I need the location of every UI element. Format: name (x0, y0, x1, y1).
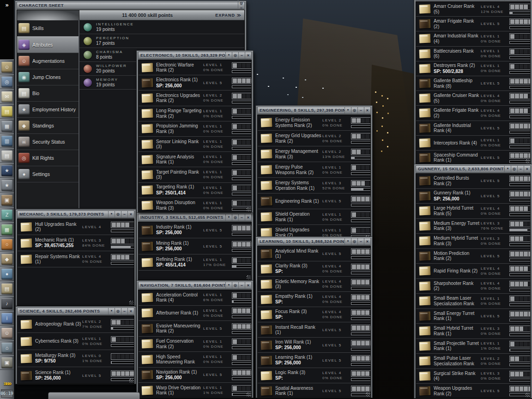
minimize-icon[interactable]: − (238, 214, 245, 221)
skill-row[interactable]: Long Range Targeting Rank (2)LEVEL 10% D… (139, 106, 251, 121)
resize-grip[interactable] (526, 159, 530, 163)
skill-row[interactable]: Empathy Rank (1)SP:LEVEL 40% DONE (258, 292, 370, 307)
sidebar-item-security-status[interactable]: ☠Security Status (17, 134, 79, 150)
skill-row[interactable]: Fuel Conservation Rank (2)LEVEL 10% DONE (139, 337, 251, 352)
skill-row[interactable]: Small Energy Turret Rank (1)LEVEL 5 (416, 309, 530, 324)
skill-row[interactable]: Medium Hybrid Turret Rank (3)LEVEL 30% D… (416, 234, 530, 249)
skill-row[interactable]: Instant Recall Rank (1)LEVEL 5 (258, 322, 370, 338)
close-icon[interactable]: × (524, 166, 530, 172)
skill-row[interactable]: Propulsion Jamming Rank (3)LEVEL 10% DON… (139, 121, 251, 137)
neocom-button-assets[interactable]: ▣ (0, 193, 14, 207)
neocom-button-people-and-places[interactable]: ◎ (0, 74, 14, 89)
neocom-button-news[interactable]: ▤ (0, 148, 14, 163)
close-icon[interactable]: × (127, 211, 134, 218)
skill-row[interactable]: Amarr Cruiser Rank (5)LEVEL 412% DONE (416, 2, 530, 17)
neocom-button-stars[interactable]: ★ (0, 178, 14, 193)
skill-row[interactable]: Astrogeology Rank (3)LEVEL 27% DONE (18, 316, 134, 333)
pin-icon[interactable]: * (345, 107, 351, 114)
skill-row[interactable]: Shield Operation Rank (1)LEVEL 10% DONE (258, 209, 370, 225)
skill-row[interactable]: Refining Rank (1)SP: 455/1,414LEVEL 117%… (139, 254, 251, 271)
skill-row[interactable]: Weapon Disruption Rank (3)LEVEL 10% DONE (139, 198, 251, 212)
skill-row[interactable]: Amarr Frigate Rank (2)LEVEL 5 (416, 17, 530, 31)
skill-row[interactable]: Eidetic Memory Rank (3)LEVEL 40% DONE (258, 277, 370, 292)
resize-grip[interactable] (526, 393, 530, 397)
minimize-icon[interactable]: − (238, 282, 245, 289)
skill-row[interactable]: Energy Grid Upgrades Rank (2)LEVEL 20% D… (258, 131, 370, 146)
pin-icon[interactable]: * (225, 52, 232, 59)
skill-row[interactable]: Motion Prediction Rank (2)LEVEL 5 (416, 249, 530, 264)
close-icon[interactable]: × (364, 107, 370, 114)
expand-button[interactable]: EXPAND ≫ (215, 13, 244, 18)
sidebar-item-employment-history[interactable]: ★Employment History (17, 102, 79, 118)
neocom-button-photos[interactable]: ▦ (0, 119, 14, 133)
close-icon[interactable]: × (245, 214, 251, 221)
window-titlebar[interactable]: CHARACTER SHEET *⊙−× (17, 2, 245, 9)
skill-row[interactable]: Weapon Upgrades Rank (2)LEVEL 5 (416, 384, 530, 398)
skill-row[interactable]: Spaceship Command Rank (1)LEVEL 5 (416, 151, 530, 164)
resize-grip[interactable] (247, 393, 251, 397)
opacity-icon[interactable]: ⊙ (115, 308, 121, 314)
window-titlebar[interactable]: SCIENCE, 4 SKILLS, 262,406 POINTS*⊙−× (17, 308, 134, 315)
minimize-icon[interactable]: − (357, 238, 364, 245)
skill-row[interactable]: Electronics Upgrades Rank (2)LEVEL 20% D… (139, 91, 251, 106)
neocom-button-notepad[interactable]: ▤ (0, 104, 14, 119)
neocom-chevrons-button[interactable]: »»» (0, 378, 14, 388)
neocom-button-corporation[interactable]: ◆ (0, 252, 14, 266)
skill-row[interactable]: Warp Drive Operation Rank (1)LEVEL 11% D… (139, 383, 251, 398)
sidebar-item-kill-rights[interactable]: ◎Kill Rights (17, 150, 79, 166)
skill-row[interactable]: Sensor Linking Rank (3)LEVEL 10% DONE (139, 137, 251, 152)
close-icon[interactable]: × (524, 0, 530, 0)
sidebar-item-attributes[interactable]: ◈Attributes (17, 36, 79, 53)
resize-grip[interactable] (129, 379, 133, 383)
skill-row[interactable]: Clarity Rank (3)SP:LEVEL 40% DONE (258, 261, 370, 277)
opacity-icon[interactable]: ⊙ (351, 107, 357, 114)
skill-row[interactable]: Large Hybrid Turret Rank (5)LEVEL 40% DO… (416, 204, 530, 219)
opacity-icon[interactable]: ⊙ (232, 282, 238, 289)
skill-row[interactable]: Mining Rank (1)SP: 256,000LEVEL 5 (139, 238, 251, 254)
neocom-button-info[interactable]: i (0, 311, 14, 326)
pin-icon[interactable]: * (504, 0, 511, 0)
pin-icon[interactable]: * (108, 308, 115, 314)
sidebar-item-jump-clones[interactable]: ◉Jump Clones (17, 69, 79, 85)
skill-row[interactable]: Analytical Mind Rank (1)LEVEL 5 (258, 246, 370, 261)
pin-icon[interactable]: * (225, 214, 232, 221)
skill-row[interactable]: Learning Rank (1)SP: 256,000LEVEL 5 (258, 353, 370, 368)
close-icon[interactable]: × (364, 238, 370, 245)
skill-row[interactable]: Target Painting Rank (3)LEVEL 10% DONE (139, 167, 251, 182)
skill-row[interactable]: Gallente Battleship Rank (8)LEVEL 5 (416, 76, 530, 91)
skill-row[interactable]: Cybernetics Rank (3)LEVEL 10% DONE (18, 333, 134, 350)
minimize-icon[interactable]: − (121, 211, 127, 218)
sidebar-item-skills[interactable]: ▤Skills (17, 20, 79, 36)
skill-row[interactable]: Small Hybrid Turret Rank (1)LEVEL 30% DO… (416, 324, 530, 339)
skill-row[interactable]: Electronics Rank (1)SP: 256,000LEVEL 5 (139, 75, 251, 91)
window-titlebar[interactable]: ELECTRONICS, 10 SKILLS, 263,329 POINTS*⊙… (138, 52, 252, 59)
minimize-icon[interactable]: − (238, 52, 245, 59)
skill-row[interactable]: Gallente Frigate Rank (2)LEVEL 40% DONE (416, 106, 530, 121)
minimize-icon[interactable]: − (357, 107, 364, 114)
neocom-button-map[interactable]: ★ (0, 163, 14, 178)
resize-grip[interactable] (129, 301, 133, 305)
opacity-icon[interactable]: ⊙ (238, 1, 244, 6)
skill-row[interactable]: Engineering Rank (1)LEVEL 5 (258, 193, 370, 209)
neocom-button-voice[interactable]: ♪ (0, 296, 14, 311)
skill-row[interactable]: Metallurgy Rank (3)SP: 9/750LEVEL 01% DO… (18, 350, 134, 367)
skill-row[interactable]: Energy Management Rank (3)LEVEL 213% DON… (258, 146, 370, 162)
resize-grip[interactable] (247, 207, 251, 212)
neocom-button-browser[interactable]: ● (0, 266, 14, 281)
skill-row[interactable]: Amarr Industrial Rank (4)LEVEL 10% DONE (416, 31, 530, 46)
skill-row[interactable]: Mechanic Rank (1)SP: 39,457/45,255LEVEL … (18, 235, 134, 251)
close-icon[interactable]: × (245, 282, 251, 289)
skill-row[interactable]: Medium Energy Turret Rank (3)LEVEL 376% … (416, 219, 530, 234)
sidebar-item-bio[interactable]: ▤Bio (17, 85, 79, 102)
minimize-icon[interactable]: − (517, 0, 524, 0)
close-icon[interactable]: × (127, 308, 134, 314)
skill-row[interactable]: Afterburner Rank (1)LEVEL 40% DONE (139, 306, 251, 321)
skill-row[interactable]: Small Projectile Turret Rank (1)LEVEL 11… (416, 339, 530, 354)
neocom-button-cargo[interactable]: ▣ (0, 355, 14, 370)
skill-row[interactable]: Evasive Maneuvering Rank (2)LEVEL 5 (139, 321, 251, 337)
skill-row[interactable]: Gallente Industrial Rank (4)LEVEL 5 (416, 121, 530, 136)
opacity-icon[interactable]: ⊙ (511, 0, 517, 0)
pin-icon[interactable]: * (504, 166, 511, 172)
sidebar-item-standings[interactable]: ◆Standings (17, 118, 79, 134)
skill-row[interactable]: Spatial Awareness Rank (1)LEVEL 5 (258, 383, 370, 398)
